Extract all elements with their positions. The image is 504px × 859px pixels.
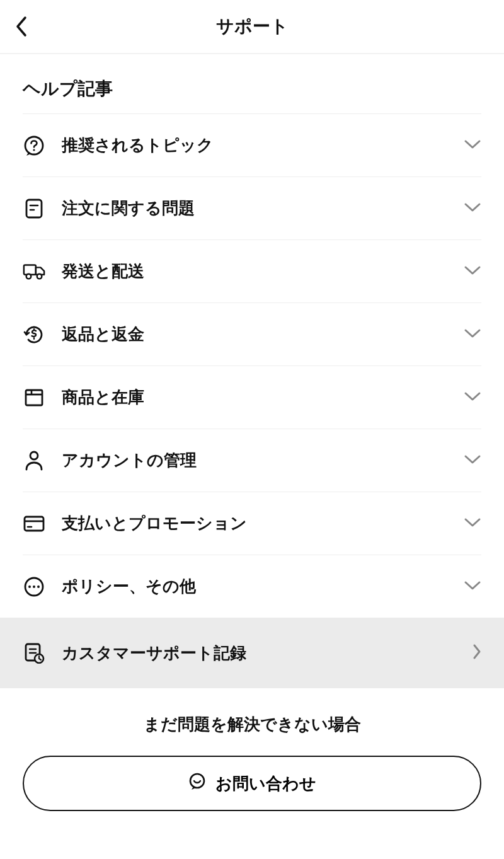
chevron-down-icon [464,328,481,341]
record-icon [23,642,45,664]
category-list: 推奨されるトピック 注文に関する問題 [0,113,504,618]
chevron-down-icon [464,391,481,404]
contact-button[interactable]: お問い合わせ [23,756,481,811]
note-icon [23,197,45,220]
svg-point-7 [37,274,42,279]
svg-point-6 [26,274,32,279]
section-title: ヘルプ記事 [0,54,504,113]
person-icon [23,449,45,472]
svg-point-13 [30,452,38,459]
category-label: 注文に関する問題 [62,197,464,219]
svg-point-18 [28,585,31,588]
chevron-down-icon [464,139,481,152]
svg-point-20 [37,585,40,588]
category-payment[interactable]: 支払いとプロモーション [23,492,481,555]
category-label: 推奨されるトピック [62,134,464,156]
more-icon [23,575,45,598]
category-shipping[interactable]: 発送と配送 [23,239,481,303]
support-record[interactable]: カスタマーサポート記録 [0,618,504,688]
header: サポート [0,0,504,54]
category-label: アカウントの管理 [62,449,464,471]
svg-point-25 [190,774,204,788]
svg-rect-5 [24,265,36,274]
chevron-left-icon [15,16,28,37]
card-icon [23,512,45,535]
category-label: 返品と返金 [62,323,464,345]
category-orders[interactable]: 注文に関する問題 [23,176,481,239]
refund-icon [23,323,45,346]
page-title: サポート [0,14,504,38]
chevron-down-icon [464,454,481,467]
chevron-down-icon [464,517,481,530]
footer: まだ問題を解決できない場合 お問い合わせ [0,688,504,836]
chevron-right-icon [472,643,481,662]
svg-point-19 [33,585,35,588]
svg-rect-2 [26,200,42,217]
back-button[interactable] [15,16,28,37]
svg-point-1 [33,149,35,151]
box-icon [23,386,45,409]
category-label: 商品と在庫 [62,386,464,408]
category-label: 支払いとプロモーション [62,512,464,534]
question-bubble-icon [23,134,45,157]
category-label: ポリシー、その他 [62,575,464,597]
category-policy[interactable]: ポリシー、その他 [23,555,481,618]
chat-icon [188,772,207,795]
contact-button-label: お問い合わせ [215,773,316,795]
truck-icon [23,260,45,283]
category-recommended[interactable]: 推奨されるトピック [23,113,481,176]
category-label: 発送と配送 [62,260,464,282]
category-refund[interactable]: 返品と返金 [23,303,481,366]
chevron-down-icon [464,580,481,593]
chevron-down-icon [464,265,481,278]
chevron-down-icon [464,202,481,215]
category-account[interactable]: アカウントの管理 [23,429,481,492]
record-label: カスタマーサポート記録 [62,642,472,664]
category-stock[interactable]: 商品と在庫 [23,366,481,429]
footer-text: まだ問題を解決できない場合 [23,713,481,735]
svg-rect-14 [25,517,43,531]
svg-rect-10 [26,390,42,405]
